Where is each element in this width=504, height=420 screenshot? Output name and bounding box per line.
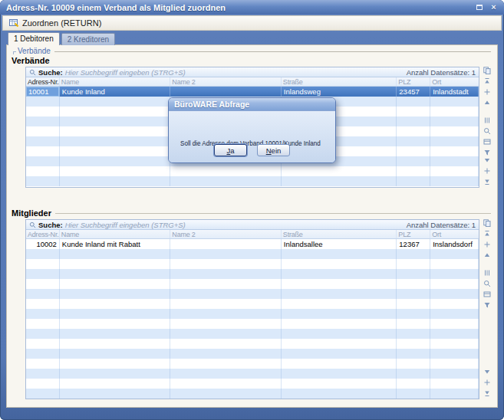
table-empty-row[interactable] xyxy=(26,279,479,289)
scroll-up-icon[interactable] xyxy=(483,251,491,259)
cards-icon[interactable] xyxy=(483,138,491,146)
column-header-ort[interactable]: Ort xyxy=(430,77,479,86)
table-empty-row[interactable] xyxy=(26,259,479,269)
scroll-last-icon[interactable] xyxy=(483,178,491,185)
table-cell xyxy=(430,259,479,269)
table-cell xyxy=(60,269,171,279)
search-icon[interactable] xyxy=(483,127,491,135)
add-icon[interactable] xyxy=(483,88,491,96)
columns-icon[interactable] xyxy=(483,269,491,277)
table-empty-row[interactable] xyxy=(26,299,479,309)
nein-button[interactable]: Nein xyxy=(257,144,290,156)
table-cell xyxy=(170,379,282,389)
add-icon[interactable] xyxy=(483,167,491,175)
table-row-selected[interactable]: 10001 Kunde Inland Inlandsweg 23457 Inla… xyxy=(26,87,479,97)
table-empty-row[interactable] xyxy=(26,329,479,339)
column-header-plz[interactable]: PLZ xyxy=(397,230,430,238)
column-header-name2[interactable]: Name 2 xyxy=(170,230,282,238)
table-cell xyxy=(170,319,282,329)
table-cell xyxy=(26,369,60,379)
table-cell xyxy=(60,349,171,359)
icon-group xyxy=(483,230,491,259)
table-cell xyxy=(26,299,60,309)
table-cell xyxy=(430,289,479,299)
table-cell xyxy=(397,176,430,186)
filter-icon[interactable] xyxy=(483,149,491,156)
table-cell xyxy=(430,329,479,339)
table-empty-row[interactable] xyxy=(26,166,479,176)
table-cell xyxy=(60,146,171,156)
copy-icon[interactable] xyxy=(483,219,491,227)
table-cell xyxy=(26,339,60,349)
close-button[interactable]: × xyxy=(488,2,499,12)
app-window: Adress-Nr. 10009 einem Verband als Mitgl… xyxy=(0,0,504,420)
column-header-strasse[interactable]: Straße xyxy=(282,77,397,86)
column-header-adressnr[interactable]: Adress-Nr. xyxy=(26,230,60,238)
search-icon[interactable] xyxy=(483,280,491,287)
table-empty-row[interactable] xyxy=(26,349,479,359)
table-cell xyxy=(170,259,282,269)
search-label: Suche: xyxy=(38,221,63,229)
table-empty-row[interactable] xyxy=(26,369,479,379)
columns-icon[interactable] xyxy=(483,116,491,124)
table-cell xyxy=(430,319,479,329)
table-cell xyxy=(60,259,171,269)
table-cell xyxy=(26,176,60,186)
table-empty-row[interactable] xyxy=(26,309,479,319)
scroll-first-icon[interactable] xyxy=(483,77,491,85)
table-row[interactable]: 10002 Kunde Inland mit Rabatt Inlandsall… xyxy=(26,239,479,249)
table-cell xyxy=(26,349,60,359)
table-empty-row[interactable] xyxy=(26,269,479,279)
copy-icon[interactable] xyxy=(483,67,491,74)
table-cell xyxy=(170,359,282,369)
table-cell xyxy=(397,259,430,269)
table-cell xyxy=(430,176,479,186)
scroll-up-icon[interactable] xyxy=(483,99,491,107)
table-cell xyxy=(430,389,479,399)
icon-group xyxy=(483,116,491,156)
table-empty-row[interactable] xyxy=(26,319,479,329)
table-cell xyxy=(60,126,171,136)
scroll-down-icon[interactable] xyxy=(483,368,491,376)
scroll-down-icon[interactable] xyxy=(483,156,491,164)
table-cell xyxy=(170,87,282,97)
column-header-name2[interactable]: Name 2 xyxy=(170,77,282,86)
title-bar: Adress-Nr. 10009 einem Verband als Mitgl… xyxy=(0,0,504,15)
ja-button[interactable]: Ja xyxy=(214,144,247,156)
column-header-name[interactable]: Name xyxy=(60,77,171,86)
column-header-adressnr[interactable]: Adress-Nr. xyxy=(26,77,60,86)
table-empty-row[interactable] xyxy=(26,379,479,389)
table-cell xyxy=(60,389,171,399)
table-empty-row[interactable] xyxy=(26,289,479,299)
tab-debitoren[interactable]: 1 Debitoren xyxy=(8,32,60,45)
column-header-ort[interactable]: Ort xyxy=(430,230,479,238)
mitglieder-search-input[interactable] xyxy=(65,221,404,229)
heading-line xyxy=(55,213,491,214)
groupbox-line xyxy=(54,51,491,52)
scroll-last-icon[interactable] xyxy=(483,389,491,397)
table-empty-row[interactable] xyxy=(26,249,479,259)
table-empty-row[interactable] xyxy=(26,389,479,399)
cards-icon[interactable] xyxy=(483,290,491,298)
table-empty-row[interactable] xyxy=(26,339,479,349)
add-icon[interactable] xyxy=(483,241,491,248)
column-header-strasse[interactable]: Straße xyxy=(282,230,397,238)
table-empty-row[interactable] xyxy=(26,359,479,369)
table-cell xyxy=(430,379,479,389)
dialog-title-bar: BüroWARE Abfrage xyxy=(169,98,335,111)
add-icon[interactable] xyxy=(483,379,491,386)
tab-kreditoren[interactable]: 2 Kreditoren xyxy=(61,33,115,45)
table-cell xyxy=(26,136,60,146)
table-empty-row[interactable] xyxy=(26,176,479,186)
column-header-name[interactable]: Name xyxy=(60,230,171,238)
filter-icon[interactable] xyxy=(483,301,491,309)
table-cell xyxy=(430,309,479,319)
zuordnen-command[interactable]: Zuordnen (RETURN) xyxy=(6,18,104,28)
restore-button[interactable] xyxy=(473,2,485,12)
table-cell xyxy=(170,349,282,359)
scroll-first-icon[interactable] xyxy=(483,230,491,238)
verbaende-search-input[interactable] xyxy=(65,68,404,77)
mitglieder-record-count: Anzahl Datensätze: 1 xyxy=(407,221,476,229)
column-header-plz[interactable]: PLZ xyxy=(397,77,430,86)
table-cell xyxy=(430,146,479,156)
